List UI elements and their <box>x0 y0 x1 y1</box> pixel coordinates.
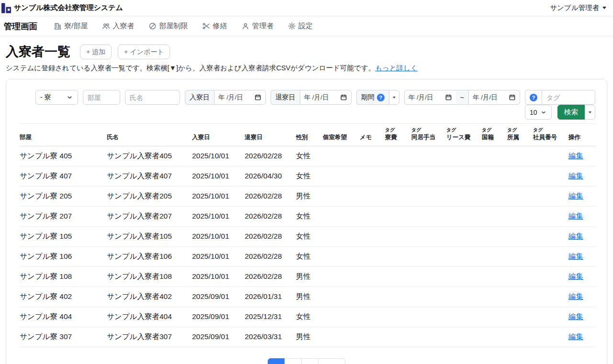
cell-move_out: 2026/04/30 <box>245 166 296 186</box>
edit-link[interactable]: 編集 <box>568 152 583 160</box>
cell-lease <box>446 266 482 287</box>
cell-rent <box>385 287 411 307</box>
name-input[interactable] <box>125 90 180 105</box>
edit-link[interactable]: 編集 <box>568 192 583 200</box>
period-end-date-input[interactable]: 年 /月/日 <box>468 90 520 105</box>
edit-link[interactable]: 編集 <box>568 172 583 180</box>
cell-room: サンプル寮 207 <box>20 206 107 226</box>
period-range-group: 年 /月/日 ~ 年 /月/日 <box>404 90 520 105</box>
pagination-page-2[interactable]: 2 <box>284 358 302 364</box>
table-row: サンプル寮 105サンプル入寮者1052025/10/012026/02/28女… <box>20 226 596 246</box>
edit-link[interactable]: 編集 <box>568 292 583 300</box>
search-dropdown-toggle[interactable] <box>585 105 595 120</box>
nav-item-dorm-rooms[interactable]: 寮/部屋 <box>54 22 88 31</box>
checkout-date-input[interactable]: 年 /月/日 <box>300 90 352 105</box>
column-header-lease: タグリース費 <box>446 124 482 146</box>
caret-down-icon <box>602 7 606 9</box>
import-button[interactable]: + インポート <box>118 44 170 59</box>
tag-prefix-label: タグ <box>533 127 566 133</box>
cell-lease <box>446 246 482 266</box>
title-row: 入寮者一覧 + 追加 + インポート <box>6 44 607 59</box>
pagination-page-1[interactable]: 1 <box>268 358 285 364</box>
calendar-icon[interactable] <box>254 94 261 101</box>
cell-rent <box>385 246 411 266</box>
edit-link[interactable]: 編集 <box>568 272 583 280</box>
caret-down-icon <box>393 97 396 99</box>
range-separator: ~ <box>456 90 468 105</box>
cell-name: サンプル入寮者405 <box>107 146 192 166</box>
search-button[interactable]: 検索 <box>557 105 585 120</box>
cell-name: サンプル入寮者404 <box>107 307 192 327</box>
nav-item-residents[interactable]: 入寮者 <box>102 22 134 31</box>
add-button[interactable]: + 追加 <box>80 44 112 59</box>
room-input[interactable] <box>83 90 120 105</box>
checkin-date-input[interactable]: 年 /月/日 <box>214 90 266 105</box>
cell-cohabitation <box>411 307 446 327</box>
edit-link[interactable]: 編集 <box>568 232 583 240</box>
cell-lease <box>446 307 482 327</box>
pagination-page-3[interactable]: 3 <box>301 358 318 364</box>
cell-move_out: 2026/01/31 <box>245 287 296 307</box>
period-type-select[interactable] <box>389 90 399 105</box>
cell-move_out: 2026/02/28 <box>245 206 296 226</box>
logo-icon <box>1 3 11 13</box>
nav-item-settings[interactable]: 設定 <box>288 22 313 31</box>
date-placeholder: 年 /月/日 <box>218 93 243 102</box>
cell-actions: 編集 <box>568 146 596 166</box>
cell-move_in: 2025/09/01 <box>192 327 245 347</box>
edit-link[interactable]: 編集 <box>568 332 583 341</box>
cell-room: サンプル寮 108 <box>20 266 107 287</box>
cell-move_in: 2025/10/01 <box>192 266 245 287</box>
column-header-rent: タグ寮費 <box>385 124 411 146</box>
cell-employee_no <box>533 246 568 266</box>
dorm-select[interactable]: - 寮 <box>35 90 78 105</box>
table-row: サンプル寮 407サンプル入寮者4072025/10/012026/04/30女… <box>20 166 596 186</box>
cell-memo <box>360 186 385 206</box>
cell-name: サンプル入寮者106 <box>107 246 192 266</box>
cell-actions: 編集 <box>568 307 596 327</box>
cell-rent <box>385 226 411 246</box>
page-title: 入寮者一覧 <box>6 44 70 59</box>
nav-item-admins[interactable]: 管理者 <box>241 22 273 31</box>
nav-item-repairs[interactable]: 修繕 <box>202 22 227 31</box>
cell-move_in: 2025/10/01 <box>192 186 245 206</box>
column-header-name: 氏名 <box>107 124 192 146</box>
calendar-icon[interactable] <box>509 94 516 101</box>
cell-memo <box>360 206 385 226</box>
cell-room: サンプル寮 106 <box>20 246 107 266</box>
per-page-value: 10 <box>530 109 537 116</box>
cell-nationality <box>482 146 507 166</box>
user-menu-button[interactable]: サンプル管理者 <box>550 3 606 12</box>
cell-rent <box>385 206 411 226</box>
per-page-select[interactable]: 10 <box>525 105 552 120</box>
cell-memo <box>360 246 385 266</box>
nav-items: 寮/部屋入寮者部屋制限修繕管理者設定 <box>54 22 327 31</box>
chevron-down-icon <box>540 109 547 116</box>
more-info-link[interactable]: もっと詳しく <box>375 64 418 72</box>
table-header-row: 部屋氏名入寮日退寮日性別個室希望メモタグ寮費タグ同居手当タグリース費タグ国籍タグ… <box>20 124 596 146</box>
cell-room: サンプル寮 307 <box>20 327 107 347</box>
cell-private_room <box>323 327 360 347</box>
edit-link[interactable]: 編集 <box>568 312 583 320</box>
cell-nationality <box>482 226 507 246</box>
help-icon[interactable]: ? <box>530 94 537 101</box>
tag-input[interactable] <box>542 90 595 105</box>
help-icon[interactable]: ? <box>377 94 385 101</box>
edit-link[interactable]: 編集 <box>568 252 583 260</box>
cell-move_out: 2026/02/28 <box>245 246 296 266</box>
cell-gender: 女性 <box>296 226 323 246</box>
checkin-group: 入寮日 年 /月/日 <box>185 90 266 105</box>
cell-move_out: 2026/03/31 <box>245 327 296 347</box>
nav-item-room-restrictions[interactable]: 部屋制限 <box>148 22 188 31</box>
residents-card: - 寮 入寮日 年 /月/日 退寮日 年 /月/日 <box>6 79 607 364</box>
edit-link[interactable]: 編集 <box>568 212 583 220</box>
cell-department <box>507 307 533 327</box>
calendar-icon[interactable] <box>340 94 347 101</box>
pagination-next-button[interactable]: 次へ <box>318 358 345 364</box>
cell-actions: 編集 <box>568 266 596 287</box>
period-start-date-input[interactable]: 年 /月/日 <box>404 90 456 105</box>
calendar-icon[interactable] <box>445 94 452 101</box>
cell-department <box>507 327 533 347</box>
cell-employee_no <box>533 287 568 307</box>
cell-department <box>507 226 533 246</box>
